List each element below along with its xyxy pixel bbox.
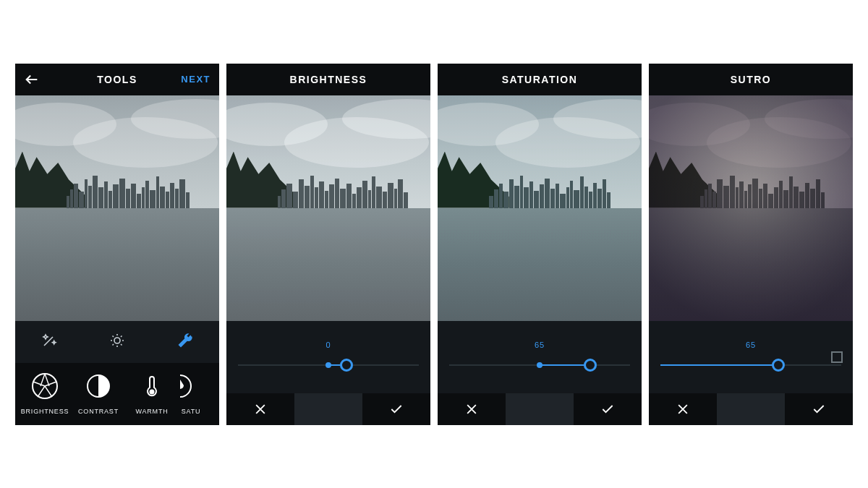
tool-saturation-partial[interactable]: SATU	[180, 369, 202, 415]
aperture-icon	[30, 372, 59, 401]
confirm-button[interactable]	[574, 393, 642, 425]
filter-strength-slider[interactable]	[660, 356, 841, 374]
brightness-slider[interactable]	[238, 356, 419, 374]
contrast-icon	[86, 374, 111, 398]
border-toggle[interactable]	[831, 351, 843, 363]
header: SATURATION	[438, 64, 642, 95]
screen-tools: TOOLS NEXT BRIGHTNESS CONTRAST WARM	[15, 64, 219, 425]
confirm-button[interactable]	[785, 393, 853, 425]
tool-label: SATU	[182, 408, 201, 415]
cancel-button[interactable]	[649, 393, 717, 425]
slider-center-dot	[537, 362, 542, 368]
image-preview[interactable]	[226, 95, 430, 321]
close-icon	[676, 402, 690, 416]
magic-wand-icon	[41, 332, 58, 349]
sun-adjust-icon	[109, 332, 126, 349]
tab-auto-enhance[interactable]	[109, 332, 126, 352]
cancel-button[interactable]	[226, 393, 294, 425]
check-icon	[389, 402, 404, 416]
wrench-icon	[176, 332, 194, 349]
toolbar-tabs	[15, 321, 219, 363]
slider-panel: 65	[438, 321, 642, 393]
screen-brightness: BRIGHTNESS 0	[226, 64, 430, 425]
check-icon	[600, 402, 615, 416]
tool-contrast[interactable]: CONTRAST	[73, 369, 124, 415]
cancel-button[interactable]	[438, 393, 506, 425]
action-bar	[649, 393, 853, 425]
slider-thumb[interactable]	[772, 359, 785, 372]
tool-label: WARMTH	[136, 408, 169, 415]
tool-label: CONTRAST	[78, 408, 119, 415]
svg-point-3	[150, 389, 155, 394]
image-preview[interactable]	[438, 95, 642, 321]
tool-label: BRIGHTNESS	[21, 408, 69, 415]
header: BRIGHTNESS	[226, 64, 430, 95]
screen-sutro: SUTRO 65	[649, 64, 853, 425]
slider-panel: 65	[649, 321, 853, 393]
back-button[interactable]	[24, 72, 53, 87]
close-icon	[464, 402, 479, 416]
tab-tools[interactable]	[176, 332, 194, 352]
header-title: BRIGHTNESS	[264, 74, 393, 85]
image-preview[interactable]	[15, 95, 219, 321]
image-preview[interactable]	[649, 95, 853, 321]
close-icon	[253, 402, 268, 416]
screen-saturation: SATURATION 65	[438, 64, 642, 425]
action-bar	[226, 393, 430, 425]
svg-point-0	[114, 338, 120, 343]
action-bar	[438, 393, 642, 425]
slider-panel: 0	[226, 321, 430, 393]
arrow-left-icon	[24, 72, 40, 87]
slider-value: 65	[746, 341, 756, 349]
tool-warmth[interactable]: WARMTH	[127, 369, 177, 415]
check-icon	[812, 402, 826, 416]
next-button[interactable]: NEXT	[182, 74, 210, 85]
slider-center-dot	[326, 362, 331, 368]
confirm-button[interactable]	[362, 393, 430, 425]
droplet-icon	[180, 374, 192, 398]
tool-strip[interactable]: BRIGHTNESS CONTRAST WARMTH SATU	[15, 363, 219, 425]
slider-value: 65	[535, 341, 545, 349]
header-title: SATURATION	[475, 74, 604, 85]
header-title: SUTRO	[686, 74, 815, 85]
header: TOOLS NEXT	[15, 64, 219, 95]
slider-value: 0	[326, 341, 331, 349]
slider-thumb[interactable]	[340, 359, 353, 372]
slider-thumb[interactable]	[584, 359, 597, 372]
header: SUTRO	[649, 64, 853, 95]
thermometer-icon	[140, 374, 164, 398]
tool-brightness[interactable]: BRIGHTNESS	[20, 369, 70, 415]
header-title: TOOLS	[53, 74, 182, 85]
tab-magic-wand[interactable]	[41, 332, 58, 352]
saturation-slider[interactable]	[449, 356, 630, 374]
